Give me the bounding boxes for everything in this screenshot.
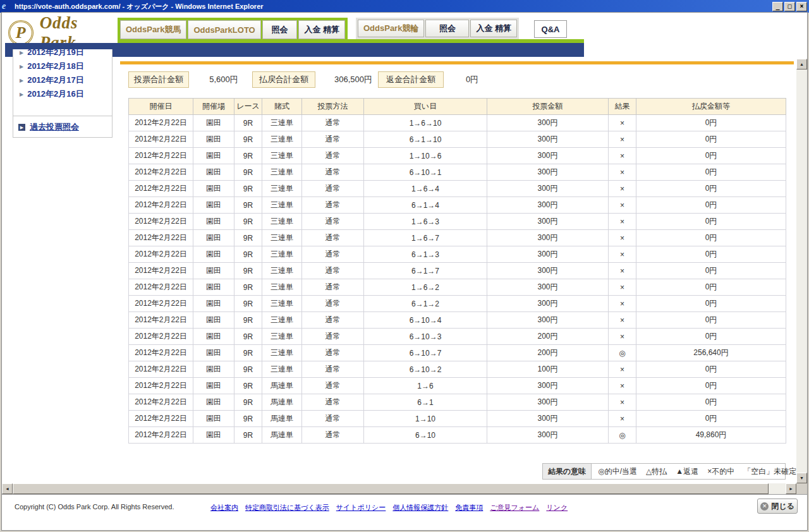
table-cell: 園田 bbox=[193, 263, 234, 279]
table-cell: × bbox=[609, 181, 636, 197]
nav-button[interactable]: 照会 bbox=[425, 20, 469, 37]
table-row: 2012年2月22日園田9R三連単通常6→10→3200円×0円 bbox=[129, 329, 786, 345]
table-cell: × bbox=[609, 279, 636, 296]
scroll-right-button[interactable]: ► bbox=[786, 483, 796, 494]
close-window-button[interactable]: × bbox=[796, 2, 807, 11]
column-header: レース bbox=[234, 99, 262, 115]
copyright-text: Copyright (C) Odds Park Corp. All Rights… bbox=[15, 503, 174, 511]
scroll-up-button[interactable]: ▲ bbox=[796, 59, 807, 70]
table-cell: 6→1→10 bbox=[364, 131, 487, 148]
qa-button[interactable]: Q&A bbox=[534, 20, 567, 38]
horizontal-scrollbar-thumb[interactable] bbox=[13, 483, 769, 494]
table-cell: × bbox=[609, 329, 636, 345]
sidebar-item-past-votes[interactable]: ▶ 過去投票照会 bbox=[13, 116, 112, 138]
nav-group-keirin: OddsPark競輪照会入金 精算 bbox=[356, 18, 519, 39]
table-cell: 園田 bbox=[193, 378, 234, 394]
table-cell: 100円 bbox=[487, 361, 609, 378]
maximize-button[interactable]: □ bbox=[784, 2, 795, 11]
column-header: 賭式 bbox=[262, 99, 302, 115]
table-cell: 園田 bbox=[193, 394, 234, 411]
table-cell: 300円 bbox=[487, 427, 609, 444]
sidebar-item-date[interactable]: ▶2012年2月19日 bbox=[13, 49, 112, 59]
table-cell: 三連単 bbox=[262, 214, 302, 230]
table-cell: 園田 bbox=[193, 427, 234, 444]
nav-button[interactable]: 入金 精算 bbox=[298, 20, 345, 39]
table-cell: 2012年2月22日 bbox=[129, 246, 193, 263]
internet-explorer-icon: e bbox=[2, 2, 12, 11]
table-cell: × bbox=[609, 263, 636, 279]
table-cell: 通常 bbox=[302, 427, 364, 444]
table-cell: 通常 bbox=[302, 148, 364, 164]
nav-button[interactable]: 入金 精算 bbox=[470, 20, 517, 37]
scroll-down-button[interactable]: ▼ bbox=[796, 473, 807, 483]
chevron-right-icon: ▶ bbox=[20, 64, 23, 70]
table-cell: × bbox=[609, 115, 636, 131]
footer-link[interactable]: 個人情報保護方針 bbox=[392, 503, 448, 512]
footer-link[interactable]: 会社案内 bbox=[210, 503, 238, 512]
table-cell: 300円 bbox=[487, 230, 609, 246]
table-cell: 300円 bbox=[487, 279, 609, 296]
sidebar-item-date[interactable]: ▶2012年2月17日 bbox=[13, 73, 112, 87]
table-cell: 2012年2月22日 bbox=[129, 329, 193, 345]
table-cell: 9R bbox=[234, 197, 262, 214]
column-header: 投票金額 bbox=[487, 99, 609, 115]
table-cell: 三連単 bbox=[262, 115, 302, 131]
browser-viewport: P Odds Park OddsPark競馬OddsParkLOTO照会入金 精… bbox=[2, 13, 807, 530]
table-cell: 通常 bbox=[302, 411, 364, 427]
table-cell: × bbox=[609, 296, 636, 312]
table-cell: 通常 bbox=[302, 181, 364, 197]
table-cell: 9R bbox=[234, 230, 262, 246]
minimize-button[interactable]: _ bbox=[772, 2, 783, 11]
nav-button[interactable]: OddsPark競馬 bbox=[120, 20, 186, 39]
table-cell: 6→1→3 bbox=[364, 246, 487, 263]
table-cell: 三連単 bbox=[262, 279, 302, 296]
table-cell: 256,640円 bbox=[636, 345, 786, 361]
table-cell: 2012年2月22日 bbox=[129, 411, 193, 427]
vertical-scrollbar-track[interactable] bbox=[796, 59, 807, 483]
table-cell: 300円 bbox=[487, 181, 609, 197]
table-cell: 三連単 bbox=[262, 246, 302, 263]
total-payout-label: 払戻合計金額 bbox=[252, 71, 315, 88]
table-cell: 園田 bbox=[193, 230, 234, 246]
total-refund-value: 0円 bbox=[444, 71, 501, 88]
chevron-right-icon: ▶ bbox=[20, 50, 23, 56]
window-titlebar: e https://vote-auth.oddspark.com/ - オッズパ… bbox=[0, 0, 809, 13]
footer-link[interactable]: 特定商取引法に基づく表示 bbox=[245, 503, 329, 512]
table-cell: 1→6→2 bbox=[364, 279, 487, 296]
table-cell: 園田 bbox=[193, 329, 234, 345]
total-bet-label: 投票合計金額 bbox=[128, 71, 189, 88]
table-cell: 9R bbox=[234, 263, 262, 279]
footer-link[interactable]: 免責事項 bbox=[455, 503, 483, 512]
table-cell: 0円 bbox=[636, 246, 786, 263]
table-cell: 馬連単 bbox=[262, 427, 302, 444]
footer-link[interactable]: サイトポリシー bbox=[336, 503, 386, 512]
table-cell: 9R bbox=[234, 246, 262, 263]
table-cell: 通常 bbox=[302, 164, 364, 181]
close-page-button[interactable]: ✕ 閉じる bbox=[757, 499, 798, 514]
table-cell: 園田 bbox=[193, 181, 234, 197]
table-cell: × bbox=[609, 197, 636, 214]
footer-link[interactable]: ご意見フォーム bbox=[490, 503, 539, 512]
table-row: 2012年2月22日園田9R三連単通常6→10→1300円×0円 bbox=[129, 164, 786, 181]
table-cell: 三連単 bbox=[262, 181, 302, 197]
table-cell: 園田 bbox=[193, 279, 234, 296]
scroll-left-button[interactable]: ◄ bbox=[2, 483, 13, 494]
nav-button[interactable]: OddsPark競輪 bbox=[358, 20, 424, 37]
table-cell: 園田 bbox=[193, 131, 234, 148]
table-cell: 9R bbox=[234, 164, 262, 181]
table-cell: 園田 bbox=[193, 197, 234, 214]
table-cell: 2012年2月22日 bbox=[129, 378, 193, 394]
sidebar-item-date[interactable]: ▶2012年2月16日 bbox=[13, 87, 112, 101]
table-cell: 0円 bbox=[636, 411, 786, 427]
nav-button[interactable]: OddsParkLOTO bbox=[188, 20, 260, 39]
sidebar-item-date[interactable]: ▶2012年2月18日 bbox=[13, 59, 112, 73]
sidebar-date-link: 2012年2月16日 bbox=[27, 88, 84, 100]
table-cell: 三連単 bbox=[262, 148, 302, 164]
table-cell: 0円 bbox=[636, 214, 786, 230]
table-row: 2012年2月22日園田9R三連単通常6→10→4300円×0円 bbox=[129, 312, 786, 329]
close-circle-icon: ✕ bbox=[760, 502, 769, 511]
table-cell: 200円 bbox=[487, 345, 609, 361]
nav-button[interactable]: 照会 bbox=[262, 20, 298, 39]
table-cell: 0円 bbox=[636, 230, 786, 246]
footer-link[interactable]: リンク bbox=[546, 503, 568, 512]
